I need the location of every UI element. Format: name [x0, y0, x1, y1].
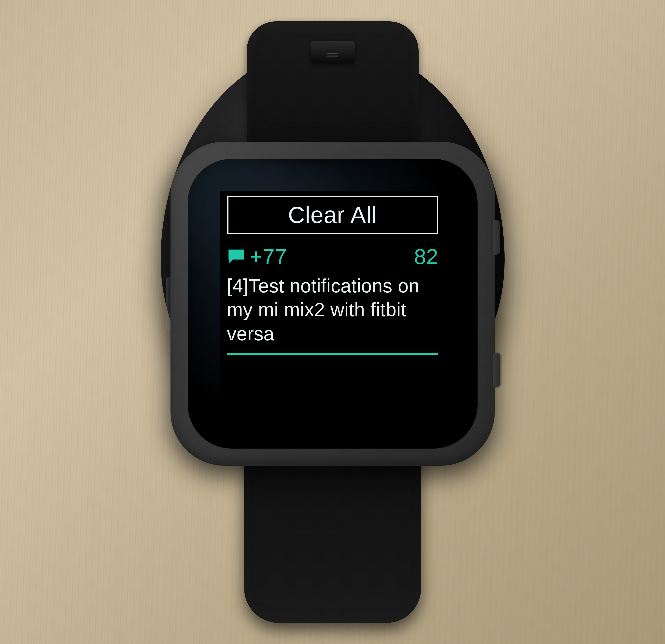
watch-body: Clear All +77 82 [4]Test notifications o… [170, 142, 495, 466]
notification-header[interactable]: +77 82 [227, 244, 438, 269]
notification-sender: +77 [250, 244, 410, 269]
watch-screen[interactable]: Clear All +77 82 [4]Test notifications o… [220, 191, 445, 417]
watch-band-bottom [244, 451, 421, 623]
notification-count: 82 [414, 244, 438, 269]
chat-bubble-icon [227, 249, 245, 265]
notification-divider [227, 353, 438, 355]
watch-band-top [247, 21, 419, 156]
clear-all-button[interactable]: Clear All [227, 196, 438, 234]
screen-bezel: Clear All +77 82 [4]Test notifications o… [188, 159, 478, 449]
smartwatch: Clear All +77 82 [4]Test notifications o… [170, 21, 495, 623]
side-button-bottom[interactable] [493, 353, 500, 387]
notification-body[interactable]: [4]Test notifications on my mi mix2 with… [227, 274, 438, 346]
bezel-reflection [166, 277, 172, 331]
side-button-top[interactable] [493, 220, 500, 255]
